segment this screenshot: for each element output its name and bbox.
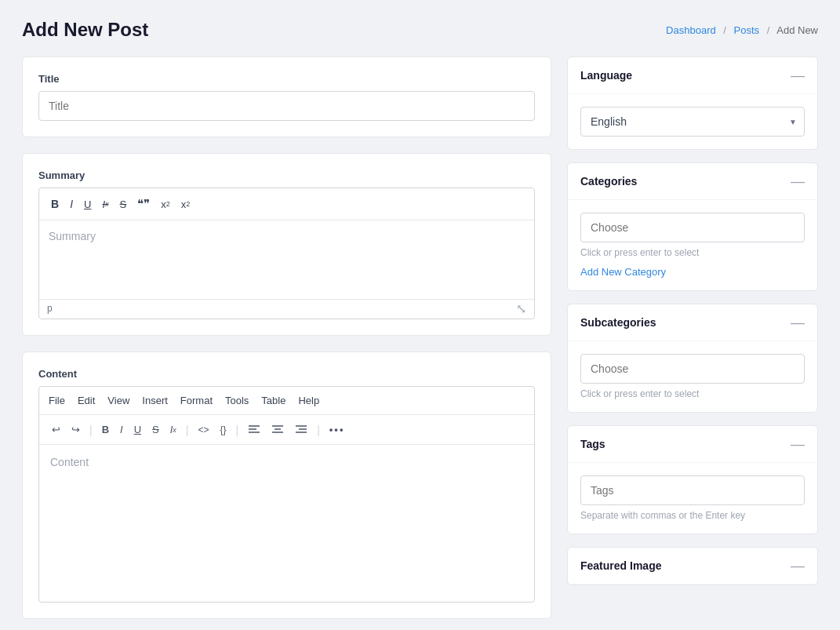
- content-code-inline-btn[interactable]: <>: [195, 422, 212, 438]
- content-italic-btn[interactable]: I: [117, 421, 126, 438]
- tags-header: Tags —: [568, 426, 817, 463]
- subcategories-collapse-icon[interactable]: —: [791, 315, 805, 330]
- language-select-wrapper: English French Spanish German: [580, 107, 805, 137]
- categories-body: Click or press enter to select Add New C…: [568, 200, 817, 290]
- categories-title: Categories: [580, 175, 637, 188]
- tags-card: Tags — Separate with commas or the Enter…: [567, 425, 818, 534]
- language-card: Language — English French Spanish German: [567, 56, 818, 150]
- summary-strikethrough-btn[interactable]: S: [116, 196, 131, 213]
- breadcrumb-posts[interactable]: Posts: [734, 24, 760, 36]
- summary-underline-btn[interactable]: U: [80, 196, 95, 213]
- summary-italic-btn[interactable]: I: [66, 195, 77, 213]
- summary-footer: p ⤡: [39, 299, 534, 319]
- menu-format[interactable]: Format: [180, 393, 213, 408]
- subcategories-header: Subcategories —: [568, 304, 817, 341]
- tags-hint: Separate with commas or the Enter key: [580, 510, 805, 521]
- content-redo-btn[interactable]: ↪: [68, 421, 83, 438]
- summary-card: Summary B I U Ix S ❝❞ x2 x2 Summary p ⤡: [22, 153, 551, 336]
- categories-input[interactable]: [580, 213, 805, 242]
- title-label: Title: [38, 73, 535, 85]
- featured-image-card: Featured Image —: [567, 547, 818, 585]
- menu-insert[interactable]: Insert: [142, 393, 168, 408]
- breadcrumb-dashboard[interactable]: Dashboard: [666, 24, 716, 36]
- language-header: Language —: [568, 57, 817, 94]
- content-body[interactable]: Content: [39, 445, 534, 602]
- page-title: Add New Post: [22, 19, 148, 41]
- content-icon-toolbar: ↩ ↪ | B I U S Ix | <> {} |: [39, 415, 534, 445]
- subcategories-title: Subcategories: [580, 316, 656, 329]
- summary-label: Summary: [38, 169, 535, 181]
- content-underline-btn[interactable]: U: [131, 421, 144, 438]
- summary-resize[interactable]: ⤡: [516, 303, 526, 315]
- summary-italic-clear-btn[interactable]: Ix: [98, 196, 112, 213]
- categories-hint: Click or press enter to select: [580, 247, 805, 258]
- add-new-category-link[interactable]: Add New Category: [580, 266, 666, 278]
- content-bold-btn[interactable]: B: [99, 421, 112, 438]
- content-undo-btn[interactable]: ↩: [49, 421, 64, 438]
- summary-superscript-btn[interactable]: x2: [157, 196, 174, 213]
- toolbar-divider-2: |: [186, 424, 189, 436]
- title-input[interactable]: [38, 91, 535, 121]
- summary-editor: B I U Ix S ❝❞ x2 x2 Summary p ⤡: [38, 188, 535, 319]
- menu-file[interactable]: File: [49, 393, 65, 408]
- summary-bold-btn[interactable]: B: [47, 195, 63, 213]
- breadcrumb-current: Add New: [776, 24, 818, 36]
- menu-edit[interactable]: Edit: [78, 393, 95, 408]
- tags-body: Separate with commas or the Enter key: [568, 463, 817, 533]
- tags-collapse-icon[interactable]: —: [791, 437, 805, 451]
- breadcrumb: Dashboard / Posts / Add New: [666, 24, 818, 36]
- breadcrumb-sep-2: /: [767, 24, 770, 36]
- menu-view[interactable]: View: [107, 393, 129, 408]
- content-more-btn[interactable]: •••: [326, 421, 348, 438]
- summary-toolbar: B I U Ix S ❝❞ x2 x2: [39, 188, 534, 220]
- categories-card: Categories — Click or press enter to sel…: [567, 162, 818, 291]
- summary-blockquote-btn[interactable]: ❝❞: [133, 195, 154, 213]
- language-collapse-icon[interactable]: —: [791, 68, 805, 82]
- subcategories-card: Subcategories — Click or press enter to …: [567, 304, 818, 413]
- content-editor: File Edit View Insert Format Tools Table…: [38, 386, 535, 603]
- tags-title: Tags: [580, 438, 605, 450]
- content-align-right-btn[interactable]: [292, 422, 311, 438]
- menu-help[interactable]: Help: [298, 393, 319, 408]
- content-label: Content: [38, 368, 535, 380]
- language-body: English French Spanish German: [568, 94, 817, 149]
- title-card: Title: [22, 56, 551, 137]
- subcategories-hint: Click or press enter to select: [580, 388, 805, 399]
- subcategories-body: Click or press enter to select: [568, 341, 817, 412]
- content-menu-bar: File Edit View Insert Format Tools Table…: [39, 387, 534, 415]
- menu-table[interactable]: Table: [261, 393, 285, 408]
- content-italic-clear-btn[interactable]: Ix: [167, 421, 180, 438]
- categories-collapse-icon[interactable]: —: [791, 174, 805, 188]
- tags-input[interactable]: [580, 475, 805, 505]
- content-align-left-btn[interactable]: [245, 422, 264, 438]
- summary-tag: p: [47, 303, 53, 315]
- toolbar-divider-3: |: [236, 424, 239, 436]
- toolbar-divider-1: |: [89, 424, 93, 436]
- language-select[interactable]: English French Spanish German: [580, 107, 805, 137]
- content-card: Content File Edit View Insert Format Too…: [22, 351, 551, 619]
- featured-image-header: Featured Image —: [568, 548, 817, 584]
- toolbar-divider-4: |: [317, 424, 320, 436]
- categories-header: Categories —: [568, 163, 817, 200]
- summary-body[interactable]: Summary: [39, 220, 534, 299]
- menu-tools[interactable]: Tools: [225, 393, 249, 408]
- content-align-center-btn[interactable]: [268, 422, 287, 438]
- breadcrumb-sep-1: /: [723, 24, 726, 36]
- content-strikethrough-btn[interactable]: S: [149, 421, 162, 438]
- language-title: Language: [580, 69, 632, 82]
- subcategories-input[interactable]: [580, 354, 805, 384]
- content-code-block-btn[interactable]: {}: [217, 422, 230, 438]
- featured-image-collapse-icon[interactable]: —: [791, 559, 805, 573]
- featured-image-title: Featured Image: [580, 559, 661, 572]
- summary-subscript-btn[interactable]: x2: [177, 196, 195, 213]
